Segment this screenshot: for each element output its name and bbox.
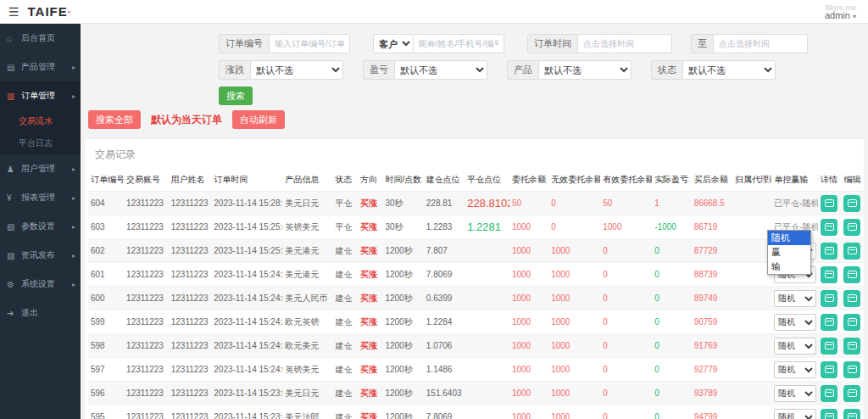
logout-icon: ➔ — [7, 309, 19, 318]
sidebar-item-product[interactable]: ▤产品管理▸ — [0, 53, 81, 81]
customer-input[interactable] — [413, 34, 504, 53]
cell-agent — [732, 405, 771, 419]
hamburger-icon[interactable]: ☰ — [0, 5, 28, 19]
search-all-button[interactable]: 搜索全部 — [88, 110, 141, 129]
sidebar-item-report[interactable]: ¥报表管理▸ — [0, 183, 81, 212]
filter-panel: 订单编号 客户 订单时间 至 涨跌 默认不选 — [81, 24, 868, 129]
cell-account: 12311223 — [124, 310, 169, 334]
sidebar-item-label: 系统设置 — [21, 278, 72, 290]
detail-button[interactable] — [821, 385, 837, 402]
cell-invalid: 1000 — [548, 334, 600, 358]
edit-button[interactable] — [843, 338, 860, 355]
profit-select[interactable]: 默认不选 — [394, 60, 487, 80]
cell-balance: 86668.5 — [692, 192, 732, 215]
cell-close: 1.2281 — [465, 215, 509, 239]
cell-detail — [818, 239, 841, 263]
cell-balance: 92779 — [692, 358, 732, 382]
auto-refresh-button[interactable]: 自动刷新 — [232, 110, 285, 129]
time-to-input[interactable] — [713, 34, 808, 53]
product-label: 产品 — [507, 60, 538, 80]
trade-table: 订单编号交易账号用户姓名订单时间产品信息状态方向时间/点数建仓点位平仓点位委托余… — [88, 169, 865, 419]
dropdown-option-lose[interactable]: 输 — [768, 260, 810, 274]
cell-name: 12311223 — [169, 310, 212, 334]
cell-balance: 87729 — [692, 239, 732, 263]
cell-duration: 1200秒 — [382, 405, 423, 419]
cell-win: 随机 — [771, 358, 818, 382]
detail-button[interactable] — [821, 361, 837, 378]
edit-button[interactable] — [843, 219, 860, 236]
detail-button[interactable] — [821, 195, 837, 212]
win-mode-select[interactable]: 随机 — [774, 338, 816, 355]
cell-open: 7.8069 — [424, 263, 465, 287]
edit-button[interactable] — [843, 290, 860, 307]
win-mode-select[interactable]: 随机 — [774, 409, 816, 419]
cell-duration: 1200秒 — [382, 287, 423, 310]
dropdown-option-random[interactable]: 随机 — [768, 231, 810, 245]
cell-open: 0.6399 — [424, 287, 465, 310]
dropdown-option-win[interactable]: 赢 — [768, 245, 810, 260]
status-select[interactable]: 默认不选 — [682, 60, 776, 80]
product-select[interactable]: 默认不选 — [538, 60, 632, 80]
column-header: 实际盈亏 — [652, 169, 691, 192]
win-mode-select[interactable]: 随机 — [774, 361, 816, 378]
chevron-right-icon: ▸ — [72, 252, 75, 260]
win-mode-select[interactable]: 随机 — [774, 290, 816, 307]
sidebar-item-system[interactable]: ⚙系统设置▸ — [0, 270, 81, 299]
cell-status: 建仓 — [332, 287, 357, 310]
edit-button[interactable] — [843, 195, 860, 212]
sidebar-item-home[interactable]: ⌂后台首页 — [0, 24, 81, 53]
cell-balance: 89749 — [692, 287, 732, 310]
sidebar-subitem-platform-log[interactable]: 平台日志 — [0, 132, 81, 154]
news-icon: ▨ — [7, 251, 19, 260]
edit-button[interactable] — [843, 314, 860, 331]
order-no-input[interactable] — [269, 34, 350, 53]
detail-button[interactable] — [821, 219, 837, 236]
cell-win: 随机 — [771, 334, 818, 358]
win-mode-select[interactable]: 随机 — [774, 385, 816, 402]
search-button[interactable]: 搜索 — [219, 87, 253, 105]
cell-duration: 1200秒 — [382, 310, 423, 334]
edit-button[interactable] — [843, 243, 860, 260]
edit-button[interactable] — [843, 266, 860, 283]
cell-valid: 0 — [600, 358, 652, 382]
sidebar-item-user[interactable]: ♟用户管理▸ — [0, 154, 81, 183]
rise-fall-group: 涨跌 默认不选 — [219, 60, 343, 80]
cell-agent — [732, 334, 771, 358]
edit-button[interactable] — [843, 409, 860, 419]
detail-button[interactable] — [821, 409, 837, 419]
rise-fall-select[interactable]: 默认不选 — [250, 60, 343, 80]
cell-status: 建仓 — [332, 382, 357, 405]
cell-close — [465, 310, 509, 334]
detail-button[interactable] — [821, 314, 837, 331]
card-icon — [825, 247, 834, 254]
edit-button[interactable] — [843, 385, 860, 402]
detail-button[interactable] — [821, 266, 837, 283]
cell-product: 英镑美元 — [283, 215, 333, 239]
cell-account: 12311223 — [124, 215, 169, 239]
cell-direction: 买涨 — [358, 358, 382, 382]
cell-open: 151.6403 — [424, 382, 465, 405]
detail-button[interactable] — [821, 290, 837, 307]
cell-id: 601 — [88, 263, 124, 287]
cell-valid: 0 — [600, 405, 652, 419]
sidebar-subitem-trade-flow[interactable]: 交易流水 — [0, 110, 81, 132]
edit-button[interactable] — [843, 361, 860, 378]
cell-product: 美元港元 — [283, 239, 333, 263]
sidebar-item-label: 用户管理 — [21, 163, 72, 175]
sidebar-item-order[interactable]: ▥订单管理▸ — [0, 81, 81, 110]
win-mode-select[interactable]: 随机 — [774, 314, 816, 331]
cell-status: 平仓 — [332, 215, 357, 239]
detail-button[interactable] — [821, 338, 837, 355]
detail-button[interactable] — [821, 243, 837, 260]
card-icon — [848, 413, 857, 419]
admin-menu[interactable]: admin ▾ — [825, 12, 856, 20]
card-icon — [825, 366, 834, 373]
sidebar-item-news[interactable]: ▨资讯发布▸ — [0, 241, 81, 270]
cell-profit: 0 — [652, 287, 691, 310]
time-from-input[interactable] — [577, 34, 672, 53]
cell-direction: 买涨 — [358, 239, 382, 263]
customer-type-select[interactable]: 客户 — [373, 34, 413, 53]
sidebar-item-logout[interactable]: ➔退出 — [0, 299, 81, 327]
sidebar-item-params[interactable]: ▧参数设置▸ — [0, 212, 81, 241]
card-icon — [848, 389, 857, 397]
